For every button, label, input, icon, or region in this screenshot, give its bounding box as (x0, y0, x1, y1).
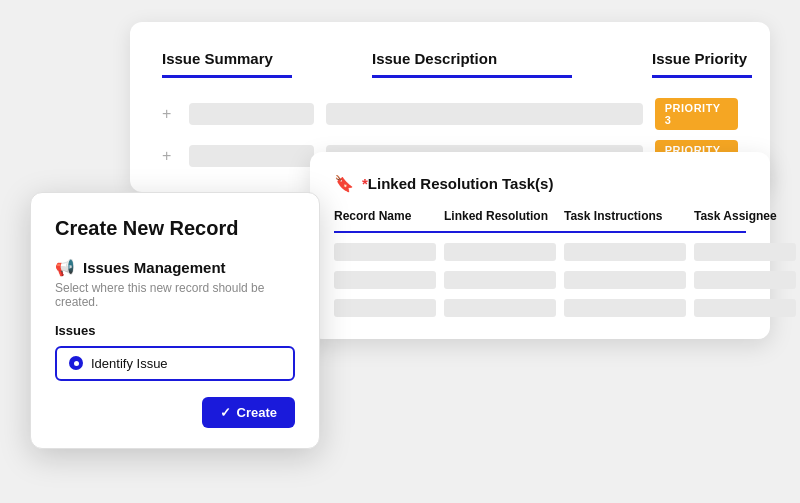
list-item (334, 243, 746, 261)
col-linked-resolution: Linked Resolution (444, 209, 564, 223)
cell (694, 271, 796, 289)
megaphone-icon: 📢 (55, 258, 75, 277)
linked-table-header: Record Name Linked Resolution Task Instr… (334, 209, 746, 233)
create-button[interactable]: ✓ Create (202, 397, 295, 428)
modal-section-title: Issues Management (83, 259, 226, 276)
cell (564, 243, 686, 261)
cell (334, 271, 436, 289)
modal-footer: ✓ Create (55, 397, 295, 428)
cell (564, 299, 686, 317)
cell (334, 243, 436, 261)
add-icon[interactable]: + (162, 147, 177, 165)
summary-cell (189, 145, 314, 167)
linked-table-rows (334, 243, 746, 317)
list-item (334, 299, 746, 317)
cell (564, 271, 686, 289)
linked-header: 🔖 *Linked Resolution Task(s) (334, 174, 746, 193)
linked-title: *Linked Resolution Task(s) (362, 175, 553, 192)
radio-button[interactable] (69, 356, 83, 370)
bookmark-icon: 🔖 (334, 174, 354, 193)
col-header-description: Issue Description (372, 50, 572, 78)
identify-issue-option[interactable]: Identify Issue (55, 346, 295, 381)
check-icon: ✓ (220, 405, 231, 420)
create-new-record-modal: Create New Record 📢 Issues Management Se… (30, 192, 320, 449)
add-icon[interactable]: + (162, 105, 177, 123)
cell (694, 243, 796, 261)
table-row: + PRIORITY 3 (162, 98, 738, 130)
modal-title: Create New Record (55, 217, 295, 240)
col-header-priority: Issue Priority (652, 50, 752, 78)
col-record-name: Record Name (334, 209, 444, 223)
linked-resolution-card: 🔖 *Linked Resolution Task(s) Record Name… (310, 152, 770, 339)
cell (444, 299, 556, 317)
cell (694, 299, 796, 317)
radio-dot-inner (74, 361, 79, 366)
option-label: Identify Issue (91, 356, 168, 371)
col-task-instructions: Task Instructions (564, 209, 694, 223)
modal-section-subtitle: Select where this new record should be c… (55, 281, 295, 309)
list-item (334, 271, 746, 289)
summary-cell (189, 103, 314, 125)
col-task-assignee: Task Assignee (694, 209, 800, 223)
modal-section-header: 📢 Issues Management (55, 258, 295, 277)
col-header-summary: Issue Summary (162, 50, 292, 78)
create-button-label: Create (237, 405, 277, 420)
priority-badge-3: PRIORITY 3 (655, 98, 738, 130)
desc-cell (326, 103, 643, 125)
issues-label: Issues (55, 323, 295, 338)
cell (334, 299, 436, 317)
cell (444, 271, 556, 289)
cell (444, 243, 556, 261)
